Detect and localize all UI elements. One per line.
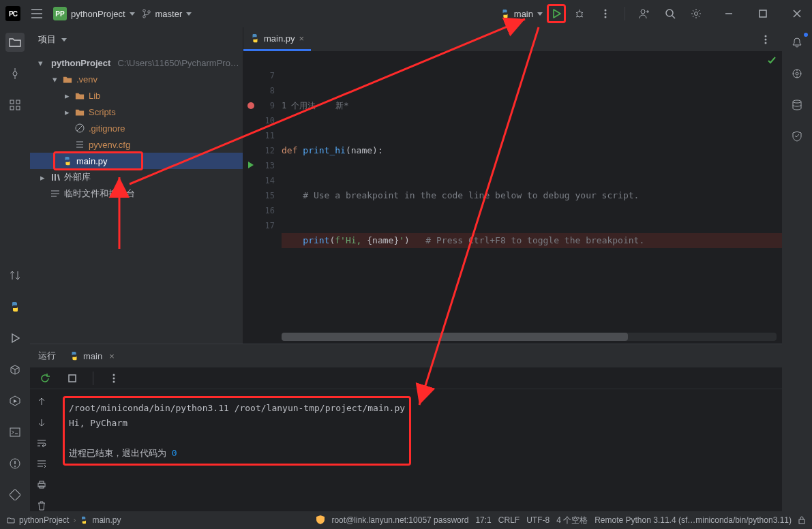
svg-point-26 <box>113 377 115 379</box>
tool-terminal-button[interactable] <box>5 423 25 442</box>
close-window-button[interactable] <box>787 4 807 23</box>
warning-icon <box>10 458 20 469</box>
stop-icon <box>68 374 76 382</box>
editor-body[interactable]: 7 8 9 10 11 12 13 14 15 16 17 1 个 <box>243 52 782 331</box>
svg-point-18 <box>14 466 16 467</box>
tree-venv[interactable]: ▾ .venv <box>30 71 243 87</box>
svg-point-23 <box>765 42 767 44</box>
down-stack-button[interactable] <box>32 417 51 429</box>
tree-external-libs[interactable]: ▸ 外部库 <box>30 169 243 185</box>
notifications-button[interactable] <box>787 33 807 52</box>
status-bar: pythonProject › main.py root@link.lanyun… <box>0 511 812 529</box>
svg-rect-29 <box>40 481 44 483</box>
svg-point-25 <box>113 374 115 376</box>
tool-problems-button[interactable] <box>5 454 25 473</box>
run-toolbar-more-button[interactable] <box>104 369 123 388</box>
tree-gitignore[interactable]: .gitignore <box>30 120 243 136</box>
editor-tab-main[interactable]: main.py × <box>243 27 311 51</box>
search-icon <box>665 8 676 19</box>
stop-button[interactable] <box>63 369 82 388</box>
tree-pyvenv-cfg[interactable]: pyvenv.cfg <box>30 136 243 153</box>
vcs-branch-dropdown[interactable]: master <box>142 9 192 19</box>
tree-scratches[interactable]: 临时文件和控制台 <box>30 185 243 202</box>
rerun-button[interactable] <box>35 369 55 388</box>
cursor-position[interactable]: 17:1 <box>475 515 491 525</box>
inspection-ok-icon[interactable] <box>767 56 777 65</box>
tree-lib[interactable]: ▸ Lib <box>30 87 243 104</box>
scrollbar-thumb[interactable] <box>282 333 628 341</box>
rerun-icon <box>40 374 50 383</box>
tool-python-packages-button[interactable] <box>5 360 25 379</box>
chevron-right-icon: ▸ <box>63 107 71 117</box>
project-dropdown[interactable]: PP pythonProject <box>53 7 135 20</box>
ai-chat-button[interactable] <box>787 64 807 83</box>
editor-horizontal-scrollbar[interactable] <box>282 333 777 341</box>
tool-commit-button[interactable] <box>5 64 25 83</box>
run-config-dropdown[interactable]: main <box>500 9 543 19</box>
readonly-icon[interactable] <box>798 516 805 524</box>
tree-scripts[interactable]: ▸ Scripts <box>30 104 243 120</box>
settings-button[interactable] <box>687 4 706 23</box>
project-header[interactable]: 项目 <box>30 27 243 52</box>
minimize-button[interactable] <box>719 4 738 23</box>
code-with-me-button[interactable] <box>635 4 654 23</box>
tree-item-label: main.py <box>76 156 108 166</box>
tool-python-console-button[interactable] <box>5 297 25 316</box>
tree-main-py[interactable]: main.py <box>30 153 243 169</box>
main-area: 项目 ▾ pythonProject C:\Users\11650\Pychar… <box>0 27 812 511</box>
chevron-down-icon <box>61 38 67 42</box>
tool-services-button[interactable] <box>5 391 25 410</box>
run-output-hi: Hi, PyCharm <box>69 416 405 431</box>
terminal-icon <box>10 427 20 437</box>
clear-all-button[interactable] <box>32 500 51 512</box>
svg-point-4 <box>605 10 607 12</box>
code-area[interactable]: 1 个用法 新* def print_hi(name): # Use a bre… <box>282 52 782 331</box>
editor-tabs-more-button[interactable] <box>756 30 775 49</box>
folder-icon <box>7 516 15 524</box>
indent-setting[interactable]: 4 个空格 <box>556 515 588 526</box>
run-tab-label: main <box>83 351 102 361</box>
up-stack-button[interactable] <box>32 396 51 408</box>
run-button[interactable] <box>547 4 566 23</box>
run-output[interactable]: /root/miniconda/bin/python3.11 /root/lan… <box>53 389 782 511</box>
close-tab-button[interactable]: × <box>109 351 115 361</box>
run-output-highlight: /root/miniconda/bin/python3.11 /root/lan… <box>63 396 411 466</box>
crumb-sep: › <box>73 515 76 525</box>
python-interpreter[interactable]: Remote Python 3.11.4 (sf…miniconda/bin/p… <box>595 515 792 525</box>
file-encoding[interactable]: UTF-8 <box>526 515 550 525</box>
database-button[interactable] <box>787 95 807 115</box>
folder-icon <box>75 107 85 117</box>
more-button[interactable] <box>596 4 615 23</box>
soft-wrap-button[interactable] <box>32 438 51 449</box>
tool-vcs-button[interactable] <box>5 485 25 504</box>
run-exit-code: 0 <box>172 448 177 458</box>
breakpoint-icon[interactable] <box>247 102 254 109</box>
print-button[interactable] <box>32 479 51 491</box>
breadcrumb[interactable]: pythonProject › main.py <box>7 515 121 525</box>
left-tool-strip <box>0 27 30 511</box>
workspace-upper: 项目 ▾ pythonProject C:\Users\11650\Pychar… <box>30 27 782 344</box>
coverage-button[interactable] <box>787 127 807 146</box>
commit-icon <box>10 68 20 79</box>
tree-root[interactable]: ▾ pythonProject C:\Users\11650\PycharmPr… <box>30 55 243 71</box>
tool-git-button[interactable] <box>5 266 25 285</box>
line-separator[interactable]: CRLF <box>498 515 520 525</box>
remote-status-icon[interactable] <box>316 515 325 525</box>
search-everywhere-button[interactable] <box>661 4 680 23</box>
gutter-run-icon[interactable] <box>247 162 254 168</box>
main-menu-icon[interactable] <box>27 4 46 23</box>
run-tab-main[interactable]: main × <box>64 346 120 365</box>
tool-structure-button[interactable] <box>5 95 25 115</box>
tool-run-button[interactable] <box>5 329 25 348</box>
close-tab-button[interactable]: × <box>299 33 305 44</box>
tree-venv-label: .venv <box>76 74 97 85</box>
svg-point-32 <box>796 72 798 75</box>
maximize-icon <box>759 10 767 18</box>
scroll-to-end-button[interactable] <box>32 459 51 470</box>
maximize-button[interactable] <box>753 4 772 23</box>
kebab-icon <box>764 35 767 44</box>
tool-project-button[interactable] <box>5 33 25 52</box>
debug-button[interactable] <box>570 4 589 23</box>
remote-status-label[interactable]: root@link.lanyun.net:10057 password <box>331 515 468 525</box>
wrap-icon <box>37 439 46 447</box>
